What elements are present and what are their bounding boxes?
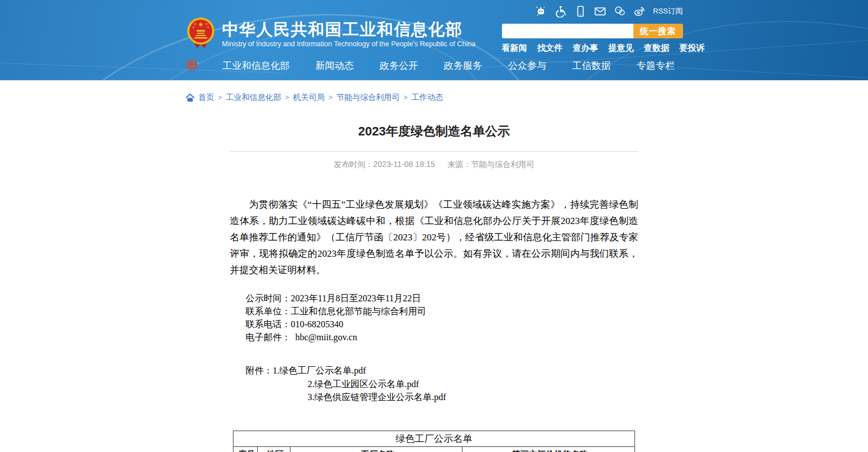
table-title-row: 绿色工厂公示名单	[233, 431, 635, 446]
site-header: ✦ ✦ ✦	[0, 0, 868, 81]
col-header-region: 地区	[257, 446, 290, 452]
article-title: 2023年度绿色制造名单公示	[230, 123, 638, 140]
nav-item-topics[interactable]: 专题专栏	[636, 59, 675, 72]
breadcrumb-bureaus[interactable]: 机关司局	[293, 93, 325, 103]
col-header-factory: 工厂名称	[290, 446, 462, 452]
search-bar: 统一搜索	[502, 24, 683, 38]
article: 2023年度绿色制造名单公示 发布时间：2023-11-08 18:15 来源：…	[230, 123, 638, 452]
home-icon[interactable]	[186, 94, 195, 102]
contact-email-line: 电子邮件： hbc@miit.gov.cn	[246, 331, 638, 344]
svg-text:✦: ✦	[535, 5, 539, 9]
quick-link-complaint[interactable]: 要投诉	[680, 43, 705, 54]
attachment-link-2[interactable]: 2.绿色工业园区公示名单.pdf	[308, 379, 419, 389]
nav-item-gov-open[interactable]: 政务公开	[380, 59, 418, 72]
article-paragraph: 为贯彻落实《“十四五”工业绿色发展规划》《工业领域碳达峰实施方案》，持续完善绿色…	[230, 196, 638, 278]
attachments: 附件：1.绿色工厂公示名单.pdf 2.绿色工业园区公示名单.pdf 3.绿色供…	[230, 364, 638, 404]
article-body: 为贯彻落实《“十四五”工业绿色发展规划》《工业领域碳达峰实施方案》，持续完善绿色…	[230, 196, 638, 452]
green-factory-table-wrap: 绿色工厂公示名单 序号 地区 工厂名称 第三方评价机构名称 704 山东 山东国…	[233, 431, 635, 452]
breadcrumb-separator: >	[285, 94, 289, 102]
breadcrumb-energy-dept[interactable]: 节能与综合利用司	[337, 93, 400, 103]
attachment-line: 附件：1.绿色工厂公示名单.pdf	[246, 364, 638, 378]
col-header-agency: 第三方评价机构名称	[462, 446, 635, 452]
nav-item-news[interactable]: 新闻动态	[315, 59, 354, 72]
attachment-link-3[interactable]: 3.绿色供应链管理企业公示名单.pdf	[308, 392, 446, 402]
publicity-period-line: 公示时间：2023年11月8日至2023年11月22日	[246, 292, 638, 305]
svg-text:★: ★	[206, 25, 209, 29]
breadcrumb-separator: >	[404, 94, 408, 102]
contact-unit-line: 联系单位：工业和信息化部节能与综合利用司	[246, 305, 638, 318]
header-inner: ✦ ✦ ✦	[186, 0, 683, 80]
site-subtitle: Ministry of Industry and Information Tec…	[222, 40, 476, 48]
nav-item-public[interactable]: 公众参与	[508, 59, 547, 72]
quick-link-files[interactable]: 找文件	[537, 43, 563, 54]
wechat-icon[interactable]	[614, 5, 626, 17]
quick-links: 看新闻 找文件 查办事 提意见 查数据 要投诉	[502, 43, 683, 54]
robot-assistant-icon[interactable]: ✦ ✦ ✦	[535, 5, 547, 17]
breadcrumb-miit[interactable]: 工业和信息化部	[226, 93, 281, 103]
brand[interactable]: ★ ★ ★ ★ ★ 中华人民共和国工业和信息化部 Ministry of Ind…	[187, 17, 476, 51]
svg-text:✦: ✦	[543, 6, 545, 9]
accessibility-icon[interactable]	[554, 5, 567, 17]
breadcrumb-home[interactable]: 首页	[199, 93, 214, 103]
breadcrumb: 首页 > 工业和信息化部 > 机关司局 > 节能与综合利用司 > 工作动态	[186, 93, 683, 103]
attachment-line: 3.绿色供应链管理企业公示名单.pdf	[246, 390, 638, 404]
mobile-icon[interactable]	[574, 5, 587, 17]
quick-link-news[interactable]: 看新闻	[502, 43, 527, 54]
contact-info-block: 公示时间：2023年11月8日至2023年11月22日 联系单位：工业和信息化部…	[230, 292, 638, 344]
nav-item-gov-serv[interactable]: 政务服务	[444, 59, 482, 72]
nav-items: 工业和信息化部 新闻动态 政务公开 政务服务 公众参与 工信数据 专题专栏	[223, 59, 675, 72]
col-header-seq: 序号	[233, 446, 258, 452]
nav-item-data[interactable]: 工信数据	[572, 59, 611, 72]
mail-icon[interactable]	[594, 5, 606, 17]
quick-link-feedback[interactable]: 提意见	[609, 43, 634, 54]
main-nav: 工业和信息化部 新闻动态 政务公开 政务服务 公众参与 工信数据 专题专栏	[186, 57, 683, 74]
brand-text: 中华人民共和国工业和信息化部 Ministry of Industry and …	[222, 20, 476, 48]
nav-item-miit[interactable]: 工业和信息化部	[223, 59, 290, 72]
article-source: 来源：节能与综合利用司	[447, 160, 534, 169]
unified-search-button[interactable]: 统一搜索	[633, 24, 683, 38]
quick-link-data[interactable]: 查数据	[644, 43, 669, 54]
national-emblem-logo: ★ ★ ★ ★ ★	[187, 17, 215, 51]
green-factory-table: 绿色工厂公示名单 序号 地区 工厂名称 第三方评价机构名称 704 山东 山东国…	[233, 431, 635, 452]
breadcrumb-separator: >	[218, 94, 222, 102]
svg-text:★: ★	[192, 25, 195, 29]
search-input[interactable]	[502, 24, 633, 38]
quick-link-services[interactable]: 查办事	[573, 43, 598, 54]
contact-phone-line: 联系电话：010-68205340	[246, 318, 638, 331]
attachment-line: 2.绿色工业园区公示名单.pdf	[246, 378, 638, 391]
table-header-row: 序号 地区 工厂名称 第三方评价机构名称	[233, 446, 635, 452]
article-meta: 发布时间：2023-11-08 18:15 来源：节能与综合利用司	[230, 152, 638, 170]
svg-text:★: ★	[198, 21, 204, 28]
table-title: 绿色工厂公示名单	[233, 431, 635, 446]
svg-text:✦: ✦	[536, 14, 539, 17]
attachment-link-1[interactable]: 1.绿色工厂公示名单.pdf	[273, 366, 366, 375]
search-area: 统一搜索 看新闻 找文件 查办事 提意见 查数据 要投诉	[502, 24, 683, 54]
site-title: 中华人民共和国工业和信息化部	[222, 20, 476, 38]
top-icon-row: ✦ ✦ ✦	[535, 5, 683, 17]
breadcrumb-work-news[interactable]: 工作动态	[412, 93, 443, 103]
breadcrumb-separator: >	[329, 94, 333, 102]
weibo-icon[interactable]	[633, 5, 646, 17]
rss-subscribe-link[interactable]: RSS订阅	[653, 6, 683, 16]
publish-time: 发布时间：2023-11-08 18:15	[334, 160, 435, 169]
attachments-label: 附件：	[246, 366, 273, 375]
gear-e-icon	[186, 57, 199, 74]
